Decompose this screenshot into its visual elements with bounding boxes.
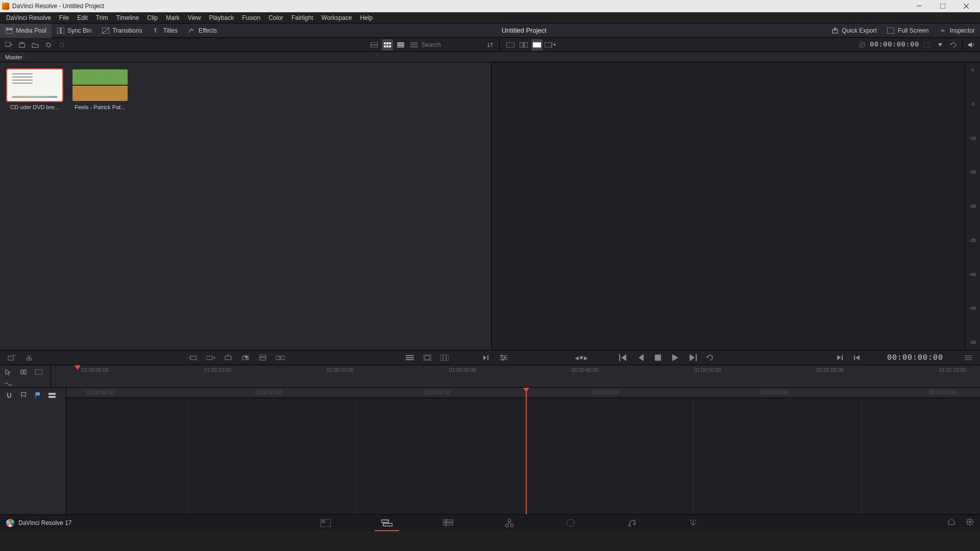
search-input[interactable] <box>422 41 483 48</box>
append-button[interactable] <box>204 352 217 363</box>
menu-color[interactable]: Color <box>264 12 287 23</box>
upper-playhead[interactable] <box>75 365 81 370</box>
smart-insert-button[interactable] <box>187 352 200 363</box>
menu-mark[interactable]: Mark <box>162 12 184 23</box>
menu-trim[interactable]: Trim <box>92 12 112 23</box>
video-only-button[interactable] <box>33 367 45 377</box>
fusion-page-button[interactable] <box>494 515 525 531</box>
source-overwrite-button[interactable] <box>274 352 287 363</box>
audio-volume-button[interactable] <box>966 39 977 51</box>
next-edit-button[interactable] <box>833 352 846 363</box>
bin-breadcrumb[interactable]: Master <box>0 52 980 62</box>
loop-button[interactable] <box>948 39 959 51</box>
prev-edit-button[interactable] <box>850 352 864 363</box>
loop-playback-button[interactable] <box>703 352 717 363</box>
bin-list-dropdown[interactable] <box>3 39 14 51</box>
menu-view[interactable]: View <box>184 12 205 23</box>
color-page-button[interactable] <box>555 515 586 531</box>
viewer-panel[interactable]: 0 -5 -10 -15 -20 -25 -30 -40 -50 <box>491 62 980 350</box>
thumbnail-view-button[interactable] <box>382 39 393 51</box>
close-button[interactable] <box>954 0 978 12</box>
home-button[interactable] <box>947 518 955 528</box>
project-settings-button[interactable] <box>966 518 974 528</box>
upper-ruler[interactable]: 01:00:00:00 01:00:10:00 01:00:20:00 01:0… <box>51 365 980 387</box>
flag-button[interactable] <box>33 391 43 400</box>
timecode-dropdown[interactable] <box>935 39 946 51</box>
next-clip-button[interactable]: ▶ <box>584 355 588 361</box>
media-pool-toggle[interactable]: Media Pool <box>0 23 52 38</box>
prev-clip-button[interactable]: ◀ <box>575 355 579 361</box>
titles-toggle[interactable]: TTitles <box>148 23 183 38</box>
clip-item[interactable]: Feels - Patrick Pat... <box>72 69 128 110</box>
timeline-arrow-tool[interactable] <box>2 367 14 377</box>
svg-rect-1 <box>940 4 945 9</box>
marker-button[interactable] <box>18 391 29 400</box>
menu-edit[interactable]: Edit <box>73 12 92 23</box>
edit-page-button[interactable] <box>433 515 463 531</box>
transitions-toggle[interactable]: Transitions <box>96 23 147 38</box>
fast-review-button[interactable] <box>480 352 493 363</box>
menu-davinci-resolve[interactable]: DaVinci Resolve <box>2 12 55 23</box>
dual-viewer-button[interactable] <box>518 39 529 51</box>
close-up-button[interactable] <box>239 352 252 363</box>
inspector-icon <box>939 27 947 34</box>
guides-button[interactable] <box>438 352 451 363</box>
metadata-view-button[interactable] <box>369 39 380 51</box>
clip-item[interactable]: CD oder DVD bre... <box>7 69 62 110</box>
cut-page-button[interactable] <box>372 515 402 531</box>
timeline-trim-tool[interactable] <box>17 367 30 377</box>
menu-fairlight[interactable]: Fairlight <box>287 12 317 23</box>
fairlight-page-button[interactable] <box>617 515 647 531</box>
menu-playback[interactable]: Playback <box>205 12 238 23</box>
sync-bin-toggle[interactable]: Sync Bin <box>52 23 96 38</box>
timeline-timecode[interactable]: 00:00:00:00 <box>887 354 943 362</box>
timeline-options-button[interactable] <box>962 352 975 363</box>
import-media-button[interactable] <box>16 39 28 51</box>
snapping-button[interactable] <box>4 391 14 400</box>
list-view-button[interactable] <box>408 39 420 51</box>
minimize-button[interactable] <box>908 0 931 12</box>
viewer-timecode[interactable]: 00:00:00:00 <box>870 41 919 48</box>
audio-sync-button[interactable] <box>47 391 57 400</box>
record-vo-button[interactable] <box>56 39 67 51</box>
go-last-button[interactable] <box>686 352 699 363</box>
maximize-button[interactable] <box>931 0 954 12</box>
tracks-body[interactable] <box>66 398 980 514</box>
bypass-fx-button[interactable] <box>856 39 868 51</box>
media-sub-toolbar: 00:00:00:00 <box>0 38 980 52</box>
meter-tick: -5 <box>965 102 980 107</box>
full-screen-button[interactable]: Full Screen <box>882 23 934 38</box>
prev-frame-button[interactable] <box>634 352 647 363</box>
sort-button[interactable] <box>485 39 496 51</box>
menu-help[interactable]: Help <box>356 12 377 23</box>
single-viewer-button[interactable] <box>531 39 543 51</box>
quick-export-button[interactable]: Quick Export <box>826 23 882 38</box>
menu-file[interactable]: File <box>55 12 73 23</box>
menu-workspace[interactable]: Workspace <box>317 12 356 23</box>
source-tape-button[interactable] <box>505 39 516 51</box>
transport-options-button[interactable] <box>497 352 510 363</box>
menu-fusion[interactable]: Fusion <box>238 12 264 23</box>
boring-detector-button[interactable] <box>5 352 18 363</box>
effects-toggle[interactable]: Effects <box>183 23 222 38</box>
split-clip-button[interactable] <box>22 352 36 363</box>
inspector-toggle[interactable]: Inspector <box>934 23 980 38</box>
safe-area-button[interactable] <box>421 352 434 363</box>
timecode-mode-button[interactable] <box>921 39 933 51</box>
media-page-button[interactable] <box>310 515 341 531</box>
ripple-overwrite-button[interactable] <box>222 352 235 363</box>
menu-clip[interactable]: Clip <box>143 12 162 23</box>
go-first-button[interactable] <box>617 352 630 363</box>
stop-button[interactable] <box>651 352 665 363</box>
menu-timeline[interactable]: Timeline <box>112 12 143 23</box>
play-button[interactable] <box>669 352 682 363</box>
sync-clip-button[interactable] <box>43 39 54 51</box>
strip-view-button[interactable] <box>395 39 406 51</box>
viewer-mode-dropdown[interactable] <box>545 39 556 51</box>
place-on-top-button[interactable] <box>256 352 270 363</box>
import-folder-button[interactable] <box>30 39 41 51</box>
deliver-page-button[interactable] <box>678 515 708 531</box>
timeline-tracks[interactable]: 01:00:00:00 01:00:01:00 01:00:02:00 01:0… <box>66 388 980 514</box>
tools-dropdown[interactable] <box>403 352 416 363</box>
lower-playhead[interactable] <box>526 388 527 514</box>
